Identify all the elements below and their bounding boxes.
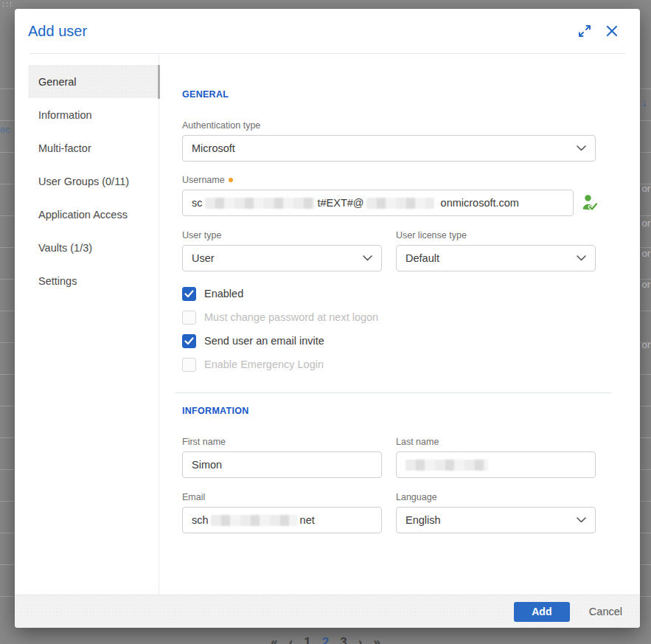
redacted-text	[211, 515, 298, 526]
section-divider	[175, 392, 611, 393]
checkbox-row-must-change-password: Must change password at next logon	[182, 305, 596, 329]
first-name-value: Simon	[192, 459, 222, 471]
chevron-down-icon	[577, 517, 586, 523]
sidebar-item-label: User Groups (0/11)	[38, 176, 129, 187]
redacted-text	[205, 198, 316, 209]
auth-type-value: Microsoft	[192, 142, 235, 154]
user-verified-icon	[581, 194, 599, 212]
sidebar-item-vaults[interactable]: Vaults (1/3)	[28, 231, 159, 264]
sidebar-scrollbar-thumb[interactable]	[158, 65, 160, 99]
dialog-footer: Add Cancel	[15, 595, 640, 628]
last-name-input[interactable]	[396, 451, 596, 478]
auth-type-select[interactable]: Microsoft	[182, 135, 596, 162]
pagination-page-3[interactable]: 3	[340, 635, 347, 644]
enabled-checkbox[interactable]	[182, 287, 196, 301]
user-type-select[interactable]: User	[182, 245, 382, 271]
user-license-type-value: Default	[405, 252, 439, 264]
sidebar-item-settings[interactable]: Settings	[28, 264, 159, 297]
last-name-label: Last name	[396, 437, 596, 447]
sidebar-item-label: Multi-factor	[38, 142, 91, 154]
pagination-first[interactable]: «	[271, 635, 277, 644]
must-change-password-checkbox	[182, 311, 196, 325]
user-license-type-select[interactable]: Default	[396, 245, 596, 271]
username-value-start: sc	[192, 197, 203, 209]
checkbox-label: Enabled	[204, 288, 243, 300]
email-value-start: sch	[192, 514, 209, 526]
backdrop-texture	[1, 1, 12, 7]
background-text-fragment: or	[641, 183, 650, 194]
add-button[interactable]: Add	[514, 602, 570, 622]
dialog-title: Add user	[28, 23, 87, 40]
background-text-fragment: or	[641, 279, 650, 290]
pagination-page-1[interactable]: 1	[304, 635, 310, 644]
user-type-label: User type	[182, 230, 382, 240]
pagination-prev[interactable]: ‹	[289, 635, 293, 644]
redacted-text	[366, 198, 434, 209]
sidebar-item-label: Vaults (1/3)	[38, 242, 92, 254]
cancel-button[interactable]: Cancel	[589, 606, 622, 617]
sort-arrow-icon: ↓	[642, 96, 648, 108]
add-user-dialog: Add user General Information Multi-facto…	[15, 9, 640, 628]
user-license-type-label: User license type	[396, 230, 596, 240]
first-name-input[interactable]: Simon	[182, 451, 382, 478]
close-icon[interactable]	[605, 24, 619, 38]
chevron-down-icon	[363, 255, 372, 261]
language-select[interactable]: English	[396, 507, 596, 533]
checkbox-label: Enable Emergency Login	[204, 359, 324, 370]
sidebar-item-label: Information	[38, 109, 92, 121]
sidebar-item-information[interactable]: Information	[28, 98, 159, 131]
sidebar-item-multi-factor[interactable]: Multi-factor	[28, 131, 159, 165]
username-input[interactable]: sct#EXT#@onmicrosoft.com	[182, 190, 574, 216]
pagination-next[interactable]: ›	[358, 635, 363, 644]
required-indicator	[229, 178, 233, 182]
auth-type-label: Authentication type	[182, 120, 596, 131]
background-text-fragment: ec	[0, 124, 10, 135]
chevron-down-icon	[577, 255, 586, 261]
language-label: Language	[396, 492, 596, 502]
checkbox-label: Send user an email invite	[204, 335, 324, 347]
background-text-fragment: or	[641, 218, 650, 229]
pagination-page-2[interactable]: 2	[322, 635, 329, 644]
first-name-label: First name	[182, 437, 382, 447]
username-value-mid: t#EXT#@	[318, 197, 364, 209]
sidebar-item-application-access[interactable]: Application Access	[28, 198, 159, 231]
language-value: English	[405, 514, 441, 526]
email-value-end: net	[300, 514, 315, 526]
sidebar-item-general[interactable]: General	[28, 65, 159, 98]
general-section-heading: GENERAL	[182, 89, 596, 100]
dialog-header: Add user	[15, 9, 640, 53]
background-table-rows-left	[0, 58, 15, 628]
information-section-heading: INFORMATION	[182, 406, 596, 416]
checkbox-row-emergency-login: Enable Emergency Login	[182, 353, 596, 376]
chevron-down-icon	[577, 145, 586, 151]
checkbox-row-send-email-invite: Send user an email invite	[182, 329, 596, 353]
checkbox-row-enabled: Enabled	[182, 282, 596, 305]
pagination: « ‹ 1 2 3 › »	[271, 635, 380, 644]
email-input[interactable]: schnet	[182, 507, 382, 533]
background-text-fragment: or	[641, 339, 650, 350]
email-label: Email	[182, 492, 382, 502]
username-value-end: onmicrosoft.com	[441, 197, 519, 209]
pagination-last[interactable]: »	[373, 635, 380, 644]
username-label: Username	[182, 175, 596, 185]
user-type-value: User	[192, 252, 215, 264]
sidebar-item-label: Application Access	[38, 209, 128, 221]
dialog-sidebar: General Information Multi-factor User Gr…	[28, 54, 159, 595]
sidebar-item-user-groups[interactable]: User Groups (0/11)	[28, 165, 159, 198]
redacted-text	[405, 460, 488, 471]
sidebar-item-label: Settings	[38, 275, 77, 287]
sidebar-item-label: General	[38, 76, 77, 88]
expand-icon[interactable]	[577, 24, 592, 38]
checkbox-label: Must change password at next logon	[204, 311, 378, 323]
background-text-fragment: or	[641, 248, 650, 259]
dialog-content: GENERAL Authentication type Microsoft Us…	[159, 54, 640, 595]
send-email-invite-checkbox[interactable]	[182, 334, 196, 348]
emergency-login-checkbox	[182, 358, 196, 372]
